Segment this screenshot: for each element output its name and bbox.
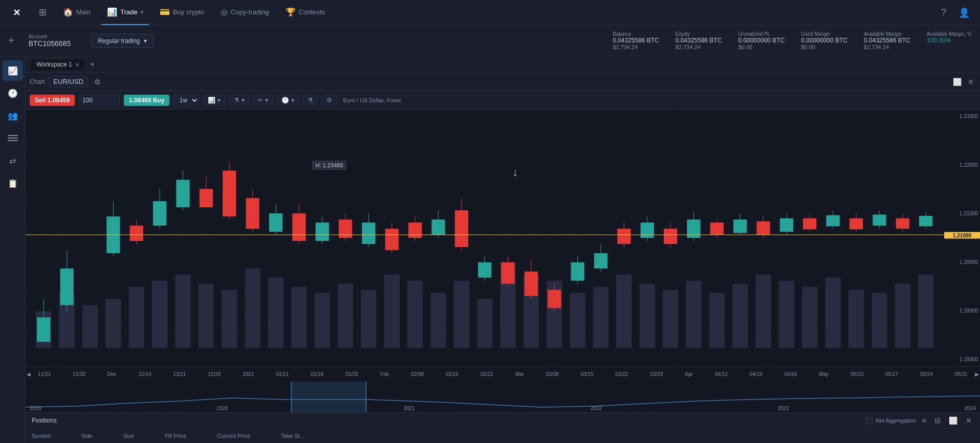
close-panel-icon[interactable]: ✕ — [964, 414, 974, 427]
positions-header: Positions Net Aggregation ≡ ⊟ ⬜ ✕ — [26, 413, 980, 429]
logo[interactable]: ✕ — [8, 5, 25, 21]
nav-contests[interactable]: 🏆 Contests — [279, 0, 331, 25]
nav-copy-trading[interactable]: ◎ Copy-trading — [214, 0, 275, 25]
svg-rect-70 — [292, 213, 306, 241]
nav-apps[interactable]: ⊞ — [33, 0, 53, 25]
indicators-button[interactable]: ⚗ ▾ — [229, 95, 249, 106]
svg-rect-42 — [779, 281, 794, 348]
scroll-left-icon[interactable]: ◀ — [27, 371, 31, 377]
svg-rect-72 — [316, 223, 329, 241]
dropdown-arrow-icon: ▾ — [242, 97, 245, 104]
time-label: 04/26 — [785, 371, 797, 377]
svg-rect-114 — [803, 218, 816, 230]
buy-button[interactable]: 1.08469 Buy — [124, 95, 169, 106]
svg-rect-96 — [594, 253, 607, 269]
candlestick-icon: 📊 — [208, 97, 215, 104]
svg-rect-92 — [548, 290, 561, 308]
svg-rect-122 — [896, 218, 909, 229]
add-tab-button[interactable]: + — [88, 60, 97, 69]
svg-rect-35 — [616, 275, 631, 348]
timeframe-selector[interactable]: 1w 1d 4h 1h — [173, 94, 199, 106]
trading-mode-selector[interactable]: Regular trading ▾ — [91, 34, 154, 48]
sidebar-item-chart[interactable]: 📈 — [3, 60, 23, 81]
svg-rect-38 — [686, 281, 701, 348]
price-arrow-icon: ↓ — [512, 166, 518, 179]
user-icon[interactable]: 👤 — [956, 5, 972, 20]
net-aggregation-toggle[interactable]: Net Aggregation — [865, 417, 916, 424]
svg-rect-28 — [454, 281, 469, 348]
columns-icon[interactable]: ≡ — [920, 414, 928, 427]
close-chart-icon[interactable]: ✕ — [966, 76, 976, 88]
metric-available-margin-pct: Available Margin, % 100.00% — [927, 31, 972, 50]
metric-unrealized-pl: Unrealized PL 0.00000000 BTC $0.00 — [738, 31, 785, 50]
template-button[interactable]: ⚗ — [303, 95, 318, 106]
tab-close-icon[interactable]: ✕ — [75, 62, 79, 68]
chart-label: Chart — [30, 78, 45, 85]
time-label: 11/30 — [73, 371, 85, 377]
svg-rect-1 — [8, 138, 18, 139]
svg-rect-102 — [664, 229, 677, 244]
svg-rect-47 — [895, 284, 910, 348]
maximize-icon[interactable]: ⬜ — [951, 76, 964, 88]
expand-icon[interactable]: ⬜ — [947, 414, 960, 427]
metric-balance: Balance 0.04325586 BTC $2,734.24 — [613, 31, 659, 50]
workspace-tab-1[interactable]: Workspace 1 ✕ — [30, 58, 86, 70]
sidebar-item-layers[interactable] — [3, 128, 23, 148]
time-label: Apr — [685, 371, 693, 377]
help-icon[interactable]: ? — [939, 5, 948, 20]
settings-gear-button[interactable]: ⚙ — [322, 95, 337, 106]
svg-rect-88 — [501, 262, 514, 284]
dropdown-arrow-icon: ▾ — [144, 37, 147, 45]
chart-main[interactable]: H: 1.23488 ↓ 1.23000 1.22000 1.21000 1.2… — [26, 109, 980, 366]
svg-rect-37 — [663, 290, 678, 348]
col-current-price: Current Price — [217, 433, 250, 439]
symbol-pair-label: Euro / US Dollar, Forex — [341, 97, 403, 103]
chart-type-button[interactable]: 📊 ▾ — [203, 95, 225, 106]
sidebar-item-history[interactable]: 🕐 — [3, 83, 23, 103]
time-zone-button[interactable]: 🕐 ▾ — [277, 95, 299, 106]
add-account-button[interactable]: + — [8, 35, 14, 47]
sidebar-item-clipboard[interactable]: 📋 — [3, 173, 23, 193]
svg-rect-50 — [37, 317, 50, 342]
indicator-icon: ⚗ — [234, 97, 239, 104]
svg-rect-12 — [82, 305, 98, 348]
svg-rect-118 — [850, 218, 863, 230]
chart-settings-icon[interactable]: ⚙ — [92, 76, 103, 88]
filter-icon[interactable]: ⊟ — [932, 414, 943, 427]
dropdown-arrow-icon: ▾ — [265, 97, 268, 104]
symbol-selector[interactable]: EUR/USD — [49, 76, 88, 87]
svg-rect-66 — [246, 198, 259, 229]
account-metrics: Balance 0.04325586 BTC $2,734.24 Equity … — [613, 31, 972, 50]
chart-toolbar: Chart EUR/USD ⚙ ⬜ ✕ — [26, 73, 980, 91]
time-label: Feb — [380, 371, 389, 377]
sell-button[interactable]: Sell 1.08459 — [30, 95, 75, 106]
nav-buy-crypto[interactable]: 💳 Buy crypto — [154, 0, 210, 25]
sidebar-item-transfer[interactable]: ⇄ — [3, 150, 23, 171]
svg-rect-108 — [733, 219, 747, 233]
quantity-input[interactable] — [79, 95, 120, 106]
nav-trade[interactable]: 📊 Trade ▾ — [101, 0, 149, 25]
svg-rect-120 — [873, 215, 886, 226]
time-label: Dec — [107, 371, 117, 377]
svg-rect-21 — [291, 287, 307, 348]
svg-rect-68 — [269, 213, 282, 232]
svg-rect-23 — [338, 284, 353, 348]
svg-rect-100 — [641, 223, 654, 238]
mini-chart[interactable]: 2019 2020 2021 2022 2023 2024 — [26, 382, 980, 412]
overview-chart — [26, 382, 980, 412]
metric-equity: Equity 0.04325586 BTC $2,734.24 — [676, 31, 722, 50]
scroll-right-icon[interactable]: ▶ — [975, 371, 979, 377]
time-label: 03/08 — [546, 371, 559, 377]
nav-main[interactable]: 🏠 Main — [57, 0, 97, 25]
net-aggregation-checkbox[interactable] — [865, 417, 873, 424]
svg-rect-98 — [617, 229, 630, 244]
drawing-tools-button[interactable]: ✏ ▾ — [253, 95, 273, 106]
price-level-1: 1.23000 — [946, 114, 978, 119]
time-label: 01/25 — [345, 371, 358, 377]
sidebar-item-users[interactable]: 👥 — [3, 105, 23, 126]
chart-container: Chart EUR/USD ⚙ ⬜ ✕ Sell 1.08459 1.08469… — [26, 73, 980, 443]
col-symbol: Symbol — [32, 433, 51, 439]
pen-icon: ✏ — [258, 97, 263, 104]
positions-tab[interactable]: Positions — [32, 417, 57, 424]
time-label: 01/11 — [276, 371, 289, 377]
